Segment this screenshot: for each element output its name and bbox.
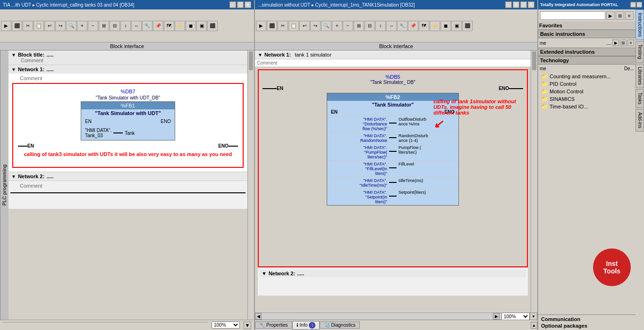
mid-network1-collapse[interactable]: ▼ [258,52,263,58]
bi-expand-btn[interactable]: ▶ [612,40,619,46]
mid-tb-4[interactable]: 📋 [288,21,299,31]
mid-tb-13[interactable]: ↔ [386,21,397,31]
tech-timebased[interactable]: 📁 Time-based IO... [538,103,636,110]
toolbar-btn-14[interactable]: 🔧 [142,21,153,31]
toolbar-btn-18[interactable]: ◼ [186,21,196,31]
mid-tb-8[interactable]: + [332,21,342,31]
mid-restore-btn[interactable]: ⧉ [513,1,519,8]
toolbar-btn-12[interactable]: ↕ [120,21,131,31]
mid-scroll-left[interactable]: ◀ [255,313,262,320]
mid-close-btn[interactable]: ✕ [528,1,534,8]
mid-tb-18[interactable]: ◼ [441,21,451,31]
left-scrollbar-h[interactable] [3,322,208,329]
mid-tb-9[interactable]: − [343,21,353,31]
info-icon: ℹ [297,322,298,328]
favorites-section-header[interactable]: Favorites [538,22,636,30]
minimize-btn[interactable]: ─ [229,1,236,8]
libraries-tab[interactable]: Libraries [636,64,644,88]
mid-tb-10[interactable]: ⊞ [354,21,364,31]
toolbar-btn-8[interactable]: + [77,21,87,31]
toolbar-btn-16[interactable]: 🗺 [164,21,174,31]
optional-packages-item[interactable]: Optional packages [540,322,634,329]
mid-tb-19[interactable]: ▣ [451,21,462,31]
toolbar-btn-6[interactable]: ↪ [55,21,66,31]
mid-tb-5[interactable]: ↩ [299,21,310,31]
mid-maximize-btn[interactable]: □ [520,1,527,8]
left-scroll-thumb[interactable] [249,51,253,70]
tech-de-label: De... [624,66,634,71]
mid-scroll-thumb[interactable] [532,51,536,70]
maximize-btn[interactable]: □ [237,1,244,8]
network2-collapse[interactable]: ▼ [11,174,16,179]
mid-tb-12[interactable]: ↕ [375,21,386,31]
fb2-row-6: "HMI DATA"."Setpoint(inliters)" Setpoint… [327,189,458,205]
mid-zoom-select[interactable]: 100% [501,313,530,320]
diagnostics-tab[interactable]: 🩺 Diagnostics [320,322,360,329]
mid-scrollbar-h[interactable] [262,314,493,319]
search-list-btn[interactable]: ≡ [625,11,634,20]
network1-diagram: %DB7 "Tank Simulator with UDT_DB" %FB1 "… [12,83,244,168]
toolbar-btn-9[interactable]: − [88,21,98,31]
search-grid-btn[interactable]: ⊞ [616,11,624,20]
search-arrow-btn[interactable]: ▶ [606,11,615,20]
communication-item[interactable]: Communication [540,316,634,322]
info-tab[interactable]: ℹ Info i [292,321,320,330]
technology-header[interactable]: Technology [538,56,636,65]
toolbar-btn-13[interactable]: ↔ [131,21,142,31]
mid-tb-17[interactable]: ⚡ [430,21,440,31]
expand-status-btn[interactable]: ▲ [531,322,537,329]
mid-network2-collapse[interactable]: ▼ [262,271,267,276]
toolbar-btn-10[interactable]: ⊞ [99,21,109,31]
bi-grid-btn[interactable]: ⊞ [620,40,627,46]
properties-tab[interactable]: 🔧 Properties [255,322,292,329]
toolbar-btn-17[interactable]: ⚡ [175,21,185,31]
toolbar-btn-2[interactable]: ⬛ [12,21,22,31]
toolbar-btn-4[interactable]: 📋 [34,21,44,31]
right-maximize-btn[interactable]: □ [636,2,642,8]
block-title-collapse[interactable]: ▼ [11,52,16,58]
mid-scroll-right[interactable]: ▶ [493,313,500,320]
network1-collapse[interactable]: ▼ [11,67,16,72]
add-ins-tab[interactable]: Add-ins [636,109,644,132]
toolbar-btn-11[interactable]: ⊟ [110,21,120,31]
mid-zoom-dropdown[interactable]: ▼ [530,313,537,320]
toolbar-btn-3[interactable]: ✂ [23,21,33,31]
tasks-tab[interactable]: Tasks [636,89,644,108]
right-panel: Totally Integrated Automation PORTAL ─ □… [538,0,644,330]
left-scrollbar-v[interactable] [247,50,254,320]
mid-tb-2[interactable]: ⬛ [267,21,277,31]
mid-tb-6[interactable]: ↪ [310,21,321,31]
left-zoom-select[interactable]: 100% [212,322,240,329]
diagnostics-tab-label: Diagnostics [331,322,356,328]
mid-tb-3[interactable]: ✂ [278,21,288,31]
basic-instructions-header[interactable]: Basic instructions [538,30,636,38]
mid-tb-20[interactable]: ⬛ [462,21,473,31]
right-minimize-btn[interactable]: ─ [630,2,636,8]
bi-list-btn[interactable]: ≡ [627,40,634,46]
tech-motion[interactable]: 📁 Motion Control [538,88,636,95]
toolbar-btn-7[interactable]: 🔍 [66,21,76,31]
mid-tb-15[interactable]: 📌 [408,21,418,31]
instructions-tab[interactable]: Instructions [636,9,644,40]
toolbar-btn-20[interactable]: ⬛ [207,21,218,31]
mid-minimize-btn[interactable]: ─ [505,1,512,8]
toolbar-btn-15[interactable]: 📌 [153,21,163,31]
mid-tb-7[interactable]: 🔍 [321,21,331,31]
left-zoom-dropdown[interactable]: ▼ [244,322,251,329]
tech-pid[interactable]: 📁 PID Control [538,80,636,88]
toolbar-btn-5[interactable]: ↩ [44,21,55,31]
bi-search-dots: .... [606,41,611,46]
mid-tb-16[interactable]: 🗺 [419,21,429,31]
toolbar-btn-19[interactable]: ▣ [196,21,207,31]
extended-instructions-header[interactable]: Extended instructions [538,48,636,56]
close-btn[interactable]: ✕ [245,1,251,8]
mid-tb-1[interactable]: ▶ [256,21,266,31]
tech-counting[interactable]: 📁 Counting and measurem... [538,73,636,80]
tech-sinamics[interactable]: 📁 SINAMICS [538,95,636,103]
testing-tab[interactable]: Testing [636,41,644,63]
mid-scrollbar-v[interactable] [531,50,537,313]
search-input[interactable] [540,11,605,20]
mid-tb-11[interactable]: ⊟ [364,21,375,31]
toolbar-btn-1[interactable]: ▶ [1,21,11,31]
mid-tb-14[interactable]: 🔧 [397,21,407,31]
